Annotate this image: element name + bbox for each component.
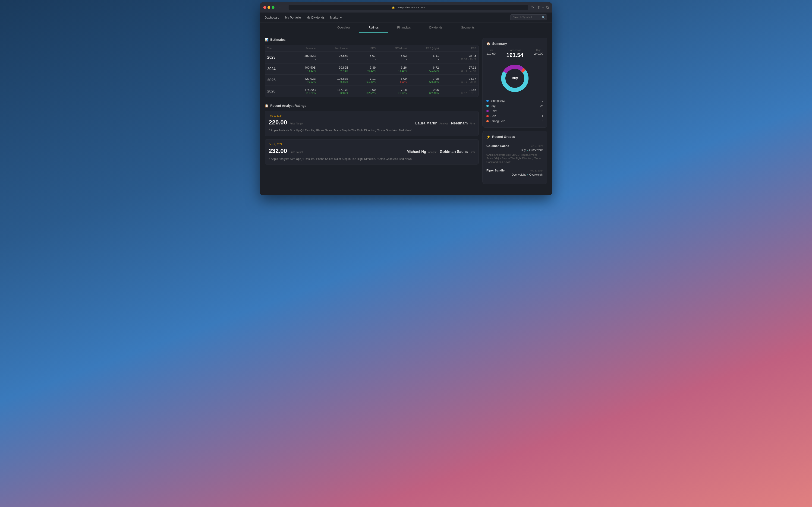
- left-panel: 📊 Estimates Year Revenue Net Income EPS …: [265, 38, 479, 191]
- tab-segments[interactable]: Segments: [452, 22, 484, 33]
- estimates-section: 📊 Estimates Year Revenue Net Income EPS …: [265, 38, 479, 97]
- legend-count: 0: [542, 120, 543, 123]
- ratings-title: 📋 Recent Analyst Ratings: [265, 104, 479, 108]
- col-year: Year: [265, 45, 289, 52]
- eps-high-cell: 6.72 +10.71%: [409, 63, 441, 75]
- revenue-cell: 427.02B +6.62%: [289, 75, 318, 86]
- eps-low-cell: 6.26 +3.13%: [378, 63, 409, 75]
- forward-button[interactable]: ›: [284, 5, 287, 10]
- estimates-title: 📊 Estimates: [265, 38, 479, 42]
- eps-high-cell: 9.06 +27.45%: [409, 86, 441, 97]
- grade-date: Feb 1, 2024: [530, 169, 543, 172]
- price-target-value: 220.00: [269, 119, 287, 126]
- traffic-lights: [263, 6, 274, 9]
- year-cell: 2024: [265, 63, 289, 75]
- grade-firm-row: Piper Sandler Feb 1, 2024: [486, 169, 543, 172]
- eps-cell: 6.07 -: [351, 52, 378, 63]
- summary-card: 🏠 Summary Low 110.00 Consensus 191.54 Hi…: [483, 38, 547, 128]
- grade-item: Goldman Sachs Feb 2, 2024 Buy › Outperfo…: [486, 142, 543, 166]
- right-panel: 🏠 Summary Low 110.00 Consensus 191.54 Hi…: [483, 38, 547, 191]
- close-button[interactable]: [263, 6, 266, 9]
- donut-chart: Buy: [499, 62, 531, 95]
- rating-date: Feb 2, 2024: [269, 114, 475, 117]
- tab-overview[interactable]: Overview: [328, 22, 359, 33]
- eps-cell: 6.39 +5.27%: [351, 63, 378, 75]
- revenue-cell: 475.20B +11.28%: [289, 86, 318, 97]
- year-cell: 2026: [265, 86, 289, 97]
- ratings-list: Feb 2, 2024 220.00 Price Target Laura Ma…: [265, 111, 479, 165]
- rating-description: 6 Apple Analysts Size Up Q1 Results, iPh…: [269, 128, 475, 132]
- browser-chrome: ‹ › 🔒 passport-analytics.com ↻ ⬆ + ⧉: [260, 2, 552, 12]
- share-icon[interactable]: ⬆: [537, 5, 540, 10]
- nav-bar: Dashboard My Portfolio My Dividends Mark…: [260, 12, 552, 22]
- back-button[interactable]: ‹: [278, 5, 282, 10]
- price-target-label: Price Target: [290, 122, 303, 125]
- legend-dot: [486, 115, 489, 117]
- legend-label: Buy:: [491, 104, 496, 108]
- maximize-button[interactable]: [272, 6, 274, 9]
- tabs-icon[interactable]: ⧉: [546, 5, 549, 10]
- donut-chart-container: Buy: [486, 62, 543, 95]
- price-info: Low 110.00 Consensus 191.54 High 240.00: [486, 49, 543, 58]
- fpe-cell: 21.65 19.12 – 24.13: [441, 86, 479, 97]
- eps-cell: 7.11 +11.25%: [351, 75, 378, 86]
- fpe-cell: 24.37 21.71 – 28.44: [441, 75, 479, 86]
- legend-dot: [486, 110, 489, 112]
- bolt-icon: ⚡: [486, 135, 490, 138]
- grade-arrow-icon: ›: [527, 173, 528, 176]
- tab-ratings[interactable]: Ratings: [359, 22, 388, 33]
- grade-action-row: Buy › Outperform: [486, 149, 543, 152]
- nav-dividends[interactable]: My Dividends: [306, 16, 324, 19]
- analyst-info: Laura Martin Analyst Needham Firm: [415, 121, 475, 125]
- home-icon: 🏠: [486, 42, 490, 45]
- nav-market[interactable]: Market ▾: [330, 16, 341, 19]
- table-row: 2026 475.20B +11.28% 117.17B +9.89% 8.00…: [265, 86, 479, 97]
- nav-portfolio[interactable]: My Portfolio: [285, 16, 301, 19]
- grade-arrow-icon: ›: [527, 149, 528, 152]
- reload-button[interactable]: ↻: [530, 5, 535, 10]
- col-eps: EPS: [351, 45, 378, 52]
- legend-label: Strong Sell:: [491, 120, 505, 123]
- rating-item: Feb 2, 2024 220.00 Price Target Laura Ma…: [265, 111, 479, 136]
- analyst-role: Analyst: [439, 122, 448, 125]
- col-net-income: Net Income: [318, 45, 351, 52]
- legend-label: Strong Buy:: [491, 99, 505, 102]
- estimates-icon: 📊: [265, 38, 268, 42]
- legend-item: Buy: 24: [486, 103, 543, 108]
- eps-cell: 8.00 +12.54%: [351, 86, 378, 97]
- nav-dashboard[interactable]: Dashboard: [265, 16, 279, 19]
- minimize-button[interactable]: [267, 6, 270, 9]
- firm-name: Goldman Sachs: [440, 150, 468, 154]
- legend-list: Strong Buy: 0 Buy: 24 Hold: 8 Sell: 1 St…: [486, 98, 543, 124]
- tab-dividends[interactable]: Dividends: [420, 22, 452, 33]
- eps-high-cell: 6.11 -: [409, 52, 441, 63]
- grade-firm: Piper Sandler: [486, 169, 506, 172]
- price-target-value: 232.00: [269, 148, 287, 154]
- donut-center-label: Buy: [512, 76, 518, 80]
- analyst-name: Laura Martin: [415, 121, 437, 125]
- grade-to: Outperform: [529, 149, 543, 152]
- search-box[interactable]: 🔍: [510, 14, 547, 20]
- eps-high-cell: 7.98 +24.88%: [409, 75, 441, 86]
- rating-header: 232.00 Price Target Michael Ng Analyst G…: [269, 148, 475, 155]
- legend-count: 24: [540, 104, 543, 108]
- nav-links: Dashboard My Portfolio My Dividends Mark…: [265, 16, 342, 19]
- fpe-cell: 28.54 28.35 – 29.21: [441, 52, 479, 63]
- tabs-bar: Overview Ratings Financials Dividends Se…: [260, 22, 552, 33]
- high-price: High 240.00: [534, 49, 543, 55]
- new-tab-icon[interactable]: +: [542, 5, 544, 10]
- year-cell: 2023: [265, 52, 289, 63]
- legend-label: Hold:: [491, 109, 497, 113]
- ratings-section: 📋 Recent Analyst Ratings Feb 2, 2024 220…: [265, 104, 479, 165]
- address-bar-url[interactable]: passport-analytics.com: [396, 6, 425, 9]
- estimates-table: Year Revenue Net Income EPS EPS (Low) EP…: [265, 45, 479, 97]
- analyst-info: Michael Ng Analyst Goldman Sachs Firm: [407, 150, 475, 154]
- legend-count: 8: [542, 109, 543, 113]
- table-row: 2025 427.02B +6.62% 106.63B +6.82% 7.11 …: [265, 75, 479, 86]
- rating-item: Feb 2, 2024 232.00 Price Target Michael …: [265, 139, 479, 165]
- fpe-cell: 27.11 25.78 – 27.67: [441, 63, 479, 75]
- tab-financials[interactable]: Financials: [388, 22, 420, 33]
- summary-card-title: 🏠 Summary: [486, 42, 543, 45]
- legend-item: Strong Sell: 0: [486, 119, 543, 124]
- search-input[interactable]: [513, 16, 541, 19]
